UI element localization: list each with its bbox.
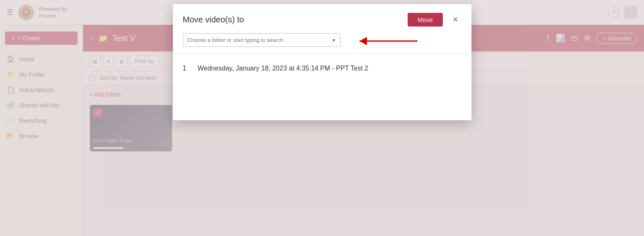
modal-title: Move video(s) to (183, 15, 401, 24)
folder-select[interactable]: Choose a folder or start typing to searc… (183, 33, 340, 47)
modal-video-name: Wednesday, January 18, 2023 at 4:35:14 P… (198, 65, 369, 72)
modal-move-button[interactable]: Move (408, 13, 443, 27)
modal-video-item: 1 Wednesday, January 18, 2023 at 4:35:14… (183, 61, 462, 76)
modal-video-number: 1 (183, 65, 191, 72)
svg-marker-3 (360, 37, 367, 45)
modal-video-list: 1 Wednesday, January 18, 2023 at 4:35:14… (173, 57, 471, 86)
folder-select-wrapper: Choose a folder or start typing to searc… (183, 33, 340, 47)
modal-header: Move video(s) to Move × (173, 4, 471, 33)
modal-close-button[interactable]: × (450, 12, 462, 27)
modal-folder-row: Choose a folder or start typing to searc… (173, 33, 471, 54)
move-videos-modal: Move video(s) to Move × Choose a folder … (173, 4, 471, 120)
modal-divider (173, 54, 471, 54)
modal-overlay: Move video(s) to Move × Choose a folder … (0, 0, 644, 236)
red-arrow-svg (355, 33, 422, 49)
